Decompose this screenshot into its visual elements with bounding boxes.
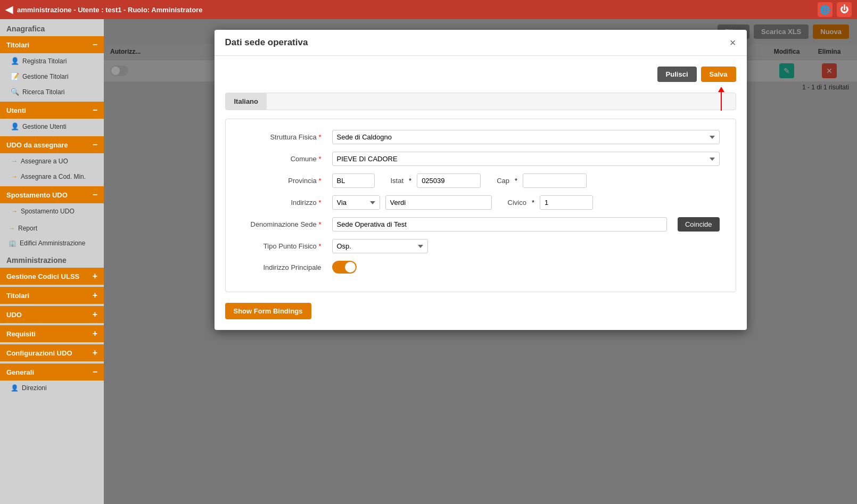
sidebar-group-gestione-codici: Gestione Codici ULSS +	[0, 268, 104, 285]
comune-select[interactable]: PIEVE DI CADORE	[332, 152, 720, 166]
comune-label: Comune *	[242, 155, 327, 163]
provincia-label: Provincia *	[242, 177, 327, 185]
istat-label: Istat	[391, 177, 404, 185]
topbar-back-button[interactable]: ◀	[5, 4, 13, 15]
arrow-icon-report: →	[9, 225, 15, 232]
tipo-punto-fisico-label: Tipo Punto Fisico *	[242, 242, 327, 250]
civico-label: Civico	[508, 199, 526, 206]
sidebar-group-udo-assegnare: UDO da assegnare − → Assegnare a UO → As…	[0, 136, 104, 184]
sidebar-item-report[interactable]: → Report	[0, 221, 104, 236]
modal-body: Pulisci Salva Italiano	[215, 56, 747, 330]
sidebar-group-header-spostamento[interactable]: Spostamento UDO −	[0, 186, 104, 203]
sidebar-item-registra-titolari[interactable]: 👤 Registra Titolari	[0, 53, 104, 69]
modal-toolbar: Pulisci Salva	[225, 67, 736, 82]
sidebar-item-edifici[interactable]: 🏢 Edifici Amministrazione	[0, 236, 104, 251]
user-icon-2: 👤	[11, 122, 19, 130]
pulisci-button[interactable]: Pulisci	[657, 67, 697, 82]
show-form-bindings-button[interactable]: Show Form Bindings	[225, 303, 311, 319]
sidebar-group-header-generali[interactable]: Generali −	[0, 363, 104, 381]
globe-icon[interactable]: 🌐	[818, 2, 833, 17]
topbar-title: amministrazione - Utente : test1 - Ruolo…	[17, 6, 202, 14]
sidebar: Anagrafica Titolari − 👤 Registra Titolar…	[0, 19, 104, 504]
denominazione-input[interactable]	[332, 217, 667, 232]
modal-title: Dati sede operativa	[225, 37, 308, 48]
sidebar-group-header-udo-assegnare[interactable]: UDO da assegnare −	[0, 136, 104, 153]
form-row-tipo-punto: Tipo Punto Fisico * Osp. Ambulatorio Alt…	[242, 239, 720, 253]
collapse-utenti-icon: −	[93, 105, 97, 115]
arrow-icon-uo: →	[11, 157, 18, 165]
sidebar-group-requisiti: Requisiti +	[0, 325, 104, 342]
expand-requisiti-icon: +	[93, 329, 97, 338]
collapse-spostamento-icon: −	[93, 190, 97, 200]
provincia-input[interactable]	[332, 173, 375, 188]
form-row-provincia: Provincia * Istat * Cap *	[242, 173, 720, 188]
sidebar-group-header-requisiti[interactable]: Requisiti +	[0, 325, 104, 342]
civico-input[interactable]	[540, 195, 593, 210]
struttura-fisica-select[interactable]: Sede di Caldogno	[332, 130, 720, 144]
arrow-line	[721, 92, 722, 111]
arrow-annotation	[718, 87, 724, 111]
amministrazione-title: Amministrazione	[0, 251, 104, 268]
sidebar-group-generali: Generali − 👤 Direzioni	[0, 363, 104, 395]
indirizzo-principale-toggle[interactable]	[332, 261, 357, 274]
sidebar-group-header-titolari-admin[interactable]: Titolari +	[0, 287, 104, 304]
sidebar-item-assegnare-cod-min[interactable]: → Assegnare a Cod. Min.	[0, 169, 104, 184]
edit-icon: 📝	[11, 72, 19, 80]
expand-gestione-codici-icon: +	[93, 271, 97, 281]
collapse-titolari-icon: −	[93, 40, 97, 49]
sidebar-item-assegnare-uo[interactable]: → Assegnare a UO	[0, 153, 104, 169]
sidebar-group-titolari-admin: Titolari +	[0, 287, 104, 304]
collapse-generali-icon: −	[93, 367, 97, 377]
sidebar-group-header-titolari[interactable]: Titolari −	[0, 36, 104, 53]
expand-udo-admin-icon: +	[93, 310, 97, 319]
collapse-udo-assegnare-icon: −	[93, 140, 97, 150]
cap-input[interactable]	[523, 173, 587, 188]
power-icon[interactable]: ⏻	[837, 2, 852, 17]
toggle-thumb	[345, 262, 356, 272]
sidebar-item-ricerca-titolari[interactable]: 🔍 Ricerca Titolari	[0, 84, 104, 100]
search-icon: 🔍	[11, 88, 19, 96]
sidebar-group-header-udo-admin[interactable]: UDO +	[0, 306, 104, 323]
form-row-struttura: Struttura Fisica * Sede di Caldogno	[242, 130, 720, 144]
sidebar-item-gestione-titolari[interactable]: 📝 Gestione Titolari	[0, 69, 104, 84]
expand-configurazioni-icon: +	[93, 348, 97, 358]
cap-label: Cap	[497, 177, 509, 185]
sidebar-group-utenti: Utenti − 👤 Gestione Utenti	[0, 102, 104, 134]
indirizzo-label: Indirizzo *	[242, 199, 327, 206]
sidebar-group-header-gestione-codici[interactable]: Gestione Codici ULSS +	[0, 268, 104, 285]
salva-button[interactable]: Salva	[701, 67, 736, 82]
user-icon-3: 👤	[11, 384, 19, 392]
anagrafica-title: Anagrafica	[0, 19, 104, 36]
modal: Dati sede operativa × Pulisci Salva	[215, 30, 747, 330]
form-row-indirizzo-principale: Indirizzo Principale	[242, 261, 720, 274]
form-container: Struttura Fisica * Sede di Caldogno Comu…	[225, 119, 736, 292]
tab-italiano[interactable]: Italiano	[226, 93, 267, 110]
sidebar-item-gestione-utenti[interactable]: 👤 Gestione Utenti	[0, 119, 104, 134]
arrow-head-icon	[718, 87, 724, 92]
sidebar-group-header-configurazioni-udo[interactable]: Configurazioni UDO +	[0, 344, 104, 361]
form-row-indirizzo: Indirizzo * Via Piazza Corso Viale Civic…	[242, 195, 720, 210]
denominazione-label: Denominazione Sede *	[242, 220, 327, 228]
expand-titolari-admin-icon: +	[93, 291, 97, 300]
indirizzo-principale-label: Indirizzo Principale	[242, 263, 327, 271]
form-row-comune: Comune * PIEVE DI CADORE	[242, 152, 720, 166]
sidebar-item-spostamento-udo[interactable]: → Spostamento UDO	[0, 203, 104, 219]
istat-input[interactable]	[417, 173, 481, 188]
modal-overlay: Dati sede operativa × Pulisci Salva	[104, 19, 857, 504]
topbar: ◀ amministrazione - Utente : test1 - Ruo…	[0, 0, 857, 19]
sidebar-group-configurazioni-udo: Configurazioni UDO +	[0, 344, 104, 361]
tipo-punto-fisico-select[interactable]: Osp. Ambulatorio Altro	[332, 239, 428, 253]
indirizzo-name-input[interactable]	[385, 195, 492, 210]
struttura-fisica-label: Struttura Fisica *	[242, 133, 327, 141]
sidebar-group-header-utenti[interactable]: Utenti −	[0, 102, 104, 119]
sidebar-group-spostamento-udo: Spostamento UDO − → Spostamento UDO	[0, 186, 104, 219]
user-icon: 👤	[11, 57, 19, 65]
sidebar-group-udo-admin: UDO +	[0, 306, 104, 323]
sidebar-item-direzioni[interactable]: 👤 Direzioni	[0, 381, 104, 395]
content-area: Filtro Scarica XLS Nuova Autorizz... Mod…	[104, 19, 857, 504]
coincide-button[interactable]: Coincide	[678, 217, 720, 232]
modal-close-button[interactable]: ×	[730, 37, 736, 48]
modal-header: Dati sede operativa ×	[215, 30, 747, 56]
tab-bar: Italiano	[225, 93, 736, 110]
indirizzo-type-select[interactable]: Via Piazza Corso Viale	[332, 195, 380, 210]
